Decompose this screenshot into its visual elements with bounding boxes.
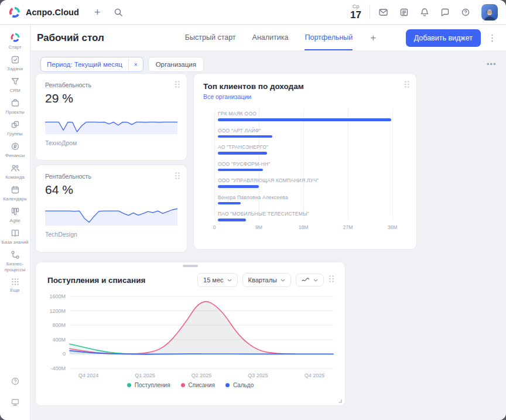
sidebar-label: Календарь	[3, 196, 26, 202]
drag-handle-icon[interactable]	[175, 172, 180, 182]
bar-row: ООО "АРТ ЛАЙФ"	[214, 125, 392, 142]
sidebar-item-groups[interactable]: Группы	[1, 118, 29, 139]
search-icon[interactable]	[114, 8, 123, 17]
axis-tick: 18M	[299, 224, 309, 230]
create-button[interactable]: +	[94, 7, 101, 18]
widget-resize-pill[interactable]	[183, 265, 198, 267]
bar-row: Венера Павловна Алексеева	[214, 192, 392, 209]
chart-type-select[interactable]	[296, 274, 324, 286]
calendar-date-widget[interactable]: Ср 17	[350, 4, 361, 20]
sidebar-item-more[interactable]: Еще	[1, 275, 29, 296]
divider	[370, 5, 370, 19]
widget-title: Поступления и списания	[47, 276, 145, 285]
projects-briefcase-icon	[11, 98, 20, 108]
help-icon[interactable]	[461, 8, 470, 17]
cashflow-area-chart: 1600M1200M800M400M0-400MQ4 2024Q1 2025Q2…	[44, 291, 338, 380]
svg-text:1600M: 1600M	[49, 293, 66, 299]
sidebar-item-knowledge-base[interactable]: База знаний	[1, 226, 29, 248]
sidebar-item-calendar[interactable]: Календарь	[1, 183, 29, 204]
sidebar-item-start[interactable]: Старт	[1, 30, 29, 53]
aspro-logo-icon[interactable]	[8, 6, 21, 19]
resize-handle-icon[interactable]	[337, 398, 342, 403]
revenue-bar[interactable]	[218, 202, 241, 205]
revenue-bar[interactable]	[218, 152, 267, 155]
start-icon	[10, 32, 20, 43]
gridline	[392, 108, 393, 220]
sidebar-item-agile[interactable]: Agile	[1, 204, 29, 226]
bar-row: ГРК МАЯК ООО	[214, 108, 392, 125]
page-header: Рабочий стол Быстрый старт Аналитика Пор…	[31, 25, 506, 51]
organization-filter-chip[interactable]: Организация	[148, 57, 204, 72]
client-label: ООО "АРТ ЛАЙФ"	[218, 128, 392, 134]
grouping-select[interactable]: Кварталы	[242, 273, 291, 287]
knowledge-book-icon	[11, 228, 20, 238]
sidebar-item-finance[interactable]: Финансы	[1, 139, 29, 161]
sidebar-item-business-processes[interactable]: Бизнес-процессы	[1, 248, 29, 275]
axis-tick: 0	[213, 224, 216, 230]
chevron-down-icon	[281, 279, 285, 282]
client-label: АО "ТРАНСЭНЕРГО"	[218, 144, 392, 150]
app-window: Аспро.Cloud + Ср 17	[0, 0, 506, 420]
legend-item-income[interactable]: Поступления	[127, 382, 170, 388]
svg-text:400M: 400M	[52, 337, 66, 343]
top-clients-widget: Топ клиентов по доходам Все организации …	[193, 73, 417, 250]
chat-icon[interactable]	[440, 8, 450, 17]
finance-ruble-icon	[11, 142, 20, 151]
sidebar-item-projects[interactable]: Проекты	[1, 96, 29, 118]
period-filter-chip[interactable]: Период: Текущий месяц ×	[40, 57, 143, 72]
app-name: Аспро.Cloud	[26, 8, 79, 17]
desktop-app-icon[interactable]	[11, 398, 20, 409]
chevron-down-icon	[313, 279, 318, 282]
widget-title: Топ клиентов по доходам	[203, 82, 407, 91]
revenue-bar[interactable]	[218, 169, 263, 172]
notifications-bell-icon[interactable]	[420, 8, 429, 17]
sidebar-label: Старт	[9, 45, 22, 50]
topbar: Аспро.Cloud + Ср 17	[0, 0, 506, 25]
revenue-bar[interactable]	[218, 218, 246, 221]
add-widget-button[interactable]: Добавить виджет	[406, 29, 481, 47]
grouping-select-value: Кварталы	[248, 276, 277, 284]
legend-item-expense[interactable]: Списания	[181, 382, 215, 388]
sidebar-item-team[interactable]: Команда	[1, 161, 29, 183]
tab-portfolio[interactable]: Портфельный	[305, 25, 353, 50]
legend-dot	[225, 383, 230, 387]
support-icon[interactable]	[11, 377, 20, 388]
widget-title: Рентабельность	[45, 173, 177, 180]
legend-item-balance[interactable]: Сальдо	[225, 382, 254, 388]
profitability-value: 64 %	[45, 183, 177, 197]
sidebar-label: Группы	[7, 131, 23, 137]
revenue-bar[interactable]	[218, 135, 272, 138]
axis-tick: 9M	[255, 224, 262, 230]
weekday-label: Ср	[353, 4, 360, 9]
tab-analytics[interactable]: Аналитика	[252, 25, 289, 50]
drag-handle-icon[interactable]	[404, 80, 410, 91]
user-avatar[interactable]	[481, 4, 498, 21]
tasks-icon	[11, 55, 20, 64]
chart-legend: Поступления Списания Сальдо	[42, 382, 339, 388]
svg-text:1200M: 1200M	[49, 308, 66, 314]
company-label[interactable]: TechDesign	[45, 231, 177, 238]
process-flow-icon	[11, 250, 20, 259]
legend-dot	[181, 383, 185, 387]
header-kebab-menu-icon[interactable]: ⋮	[488, 33, 497, 42]
sidebar-item-crm[interactable]: CRM	[1, 74, 29, 96]
client-label: ПАО "МОБИЛЬНЫЕ ТЕЛЕСИСТЕМЫ"	[218, 211, 392, 217]
company-label[interactable]: ТехноДром	[45, 139, 177, 146]
mail-icon[interactable]	[378, 8, 388, 17]
axis-tick: 36M	[388, 224, 398, 230]
drag-handle-icon[interactable]	[175, 80, 180, 91]
filters-more-icon[interactable]: •••	[487, 60, 497, 69]
legend-dot	[127, 383, 131, 387]
notes-icon[interactable]	[399, 8, 409, 17]
revenue-bar[interactable]	[218, 185, 259, 188]
sidebar-item-tasks[interactable]: Задачи	[1, 53, 29, 74]
revenue-bar[interactable]	[218, 118, 391, 121]
add-tab-button[interactable]: +	[369, 32, 377, 44]
period-select[interactable]: 15 мес	[197, 273, 237, 287]
tab-quick-start[interactable]: Быстрый старт	[185, 25, 236, 50]
drag-handle-icon[interactable]	[329, 275, 334, 285]
calendar-icon	[11, 185, 20, 194]
remove-filter-icon[interactable]: ×	[128, 58, 143, 71]
team-people-icon	[11, 163, 20, 173]
organizations-filter-link[interactable]: Все организации	[203, 93, 407, 100]
